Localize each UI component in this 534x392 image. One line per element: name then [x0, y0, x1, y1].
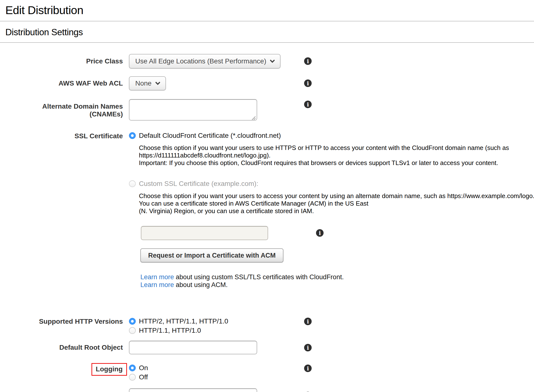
price-class-label: Price Class	[0, 57, 123, 65]
info-icon[interactable]: i	[304, 344, 312, 351]
bucket-for-logs-row: Bucket for Logs i	[0, 388, 534, 392]
info-icon[interactable]: i	[316, 229, 324, 237]
waf-row: AWS WAF Web ACL None i	[0, 76, 534, 90]
default-root-object-row: Default Root Object i	[0, 341, 534, 354]
chevron-down-icon	[155, 80, 160, 85]
info-icon[interactable]: i	[304, 57, 312, 65]
logging-label-highlight: Logging	[91, 363, 127, 376]
logging-row: Logging On Off i	[0, 363, 534, 382]
radio-unselected-icon	[129, 180, 136, 187]
waf-value: None	[135, 79, 152, 87]
http2-radio-option[interactable]: HTTP/2, HTTP/1.1, HTTP/1.0	[129, 317, 534, 326]
ssl-custom-description: Choose this option if you want your user…	[139, 192, 534, 215]
price-class-row: Price Class Use All Edge Locations (Best…	[0, 54, 534, 69]
logging-label: Logging	[96, 365, 123, 373]
ssl-custom-radio-option[interactable]: Custom SSL Certificate (example.com):	[129, 179, 534, 188]
waf-label: AWS WAF Web ACL	[0, 79, 123, 87]
default-root-object-input[interactable]	[129, 341, 257, 354]
learn-more-link[interactable]: Learn more	[140, 281, 174, 288]
http1-radio-label: HTTP/1.1, HTTP/1.0	[139, 327, 201, 334]
radio-unselected-icon	[129, 327, 136, 334]
chevron-down-icon	[270, 58, 275, 63]
ssl-default-radio-option[interactable]: Default CloudFront Certificate (*.cloudf…	[129, 131, 534, 140]
ssl-default-radio-label: Default CloudFront Certificate (*.cloudf…	[139, 132, 281, 139]
http2-radio-label: HTTP/2, HTTP/1.1, HTTP/1.0	[139, 317, 228, 325]
distribution-settings-form: Price Class Use All Edge Locations (Best…	[0, 54, 534, 392]
link-rest-text: about using ACM.	[174, 281, 228, 288]
info-icon[interactable]: i	[304, 101, 312, 108]
http-versions-label: Supported HTTP Versions	[0, 317, 123, 325]
ssl-custom-radio-label: Custom SSL Certificate (example.com):	[139, 180, 258, 188]
custom-cert-input	[141, 226, 268, 240]
edit-distribution-page: Edit Distribution Distribution Settings …	[0, 3, 534, 392]
waf-select[interactable]: None	[129, 76, 166, 90]
radio-selected-icon	[129, 365, 136, 371]
http1-radio-option[interactable]: HTTP/1.1, HTTP/1.0	[129, 326, 534, 335]
logging-on-radio-option[interactable]: On	[129, 364, 534, 372]
default-root-object-label: Default Root Object	[0, 344, 123, 351]
http-versions-row: Supported HTTP Versions HTTP/2, HTTP/1.1…	[0, 317, 534, 335]
radio-selected-icon	[129, 132, 136, 139]
logging-off-label: Off	[139, 373, 148, 381]
price-class-select[interactable]: Use All Edge Locations (Best Performance…	[129, 54, 281, 69]
page-title: Edit Distribution	[5, 3, 534, 17]
cnames-label: Alternate Domain Names (CNAMEs)	[0, 103, 123, 118]
logging-off-radio-option[interactable]: Off	[129, 373, 534, 382]
info-icon[interactable]: i	[304, 318, 312, 325]
cnames-textarea[interactable]	[129, 99, 257, 121]
info-icon[interactable]: i	[304, 365, 312, 372]
logging-on-label: On	[139, 364, 148, 372]
learn-more-link[interactable]: Learn more	[140, 273, 174, 281]
radio-unselected-icon	[129, 374, 136, 381]
divider	[0, 21, 534, 21]
price-class-value: Use All Edge Locations (Best Performance…	[135, 57, 266, 65]
divider	[0, 42, 534, 43]
link-rest-text: about using custom SSL/TLS certificates …	[174, 273, 344, 281]
section-title: Distribution Settings	[5, 27, 534, 37]
request-acm-button[interactable]: Request or Import a Certificate with ACM	[140, 248, 283, 262]
ssl-default-description: Choose this option if you want your user…	[139, 144, 534, 167]
radio-selected-icon	[129, 318, 136, 325]
bucket-for-logs-input[interactable]	[129, 388, 257, 392]
learn-more-links: Learn more about using custom SSL/TLS ce…	[140, 273, 534, 289]
logging-label-wrap: Logging	[0, 363, 123, 376]
ssl-certificate-row: SSL Certificate Default CloudFront Certi…	[0, 131, 534, 289]
custom-cert-input-line: i	[141, 226, 534, 240]
ssl-label: SSL Certificate	[0, 131, 123, 140]
info-icon[interactable]: i	[304, 79, 312, 87]
cnames-row: Alternate Domain Names (CNAMEs) i	[0, 99, 534, 122]
